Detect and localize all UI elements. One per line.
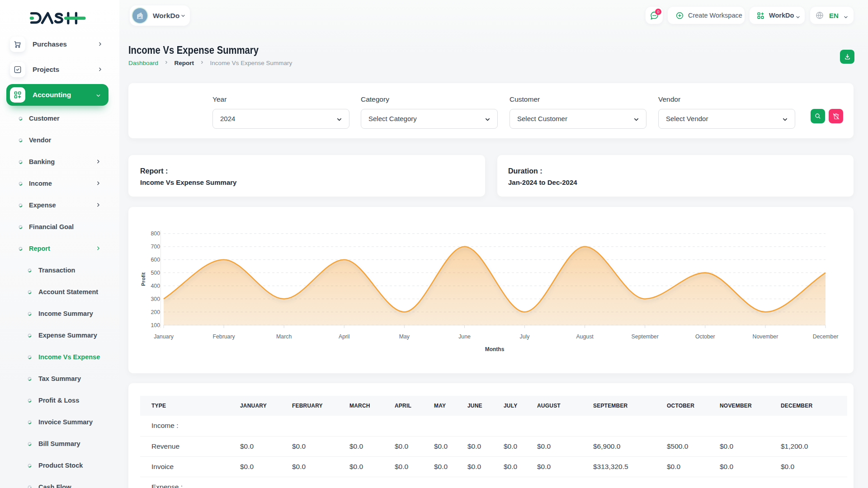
svg-text:March: March — [276, 333, 292, 340]
svg-text:100: 100 — [151, 322, 160, 328]
svg-text:May: May — [399, 333, 410, 340]
svg-text:October: October — [695, 333, 715, 340]
svg-text:200: 200 — [151, 309, 160, 315]
svg-text:500: 500 — [151, 270, 160, 276]
svg-text:June: June — [458, 333, 471, 340]
svg-text:April: April — [339, 333, 350, 340]
svg-text:600: 600 — [151, 257, 160, 263]
svg-text:February: February — [212, 333, 235, 340]
svg-text:July: July — [520, 333, 530, 340]
svg-text:Months: Months — [485, 346, 505, 352]
svg-text:August: August — [576, 333, 594, 340]
svg-text:January: January — [154, 333, 174, 340]
svg-text:400: 400 — [151, 283, 160, 289]
svg-text:November: November — [753, 333, 778, 340]
svg-text:September: September — [632, 333, 659, 340]
svg-text:Profit: Profit — [141, 272, 146, 286]
svg-text:700: 700 — [151, 244, 160, 250]
svg-text:300: 300 — [151, 296, 160, 302]
svg-text:December: December — [813, 333, 839, 340]
svg-text:800: 800 — [151, 230, 160, 237]
